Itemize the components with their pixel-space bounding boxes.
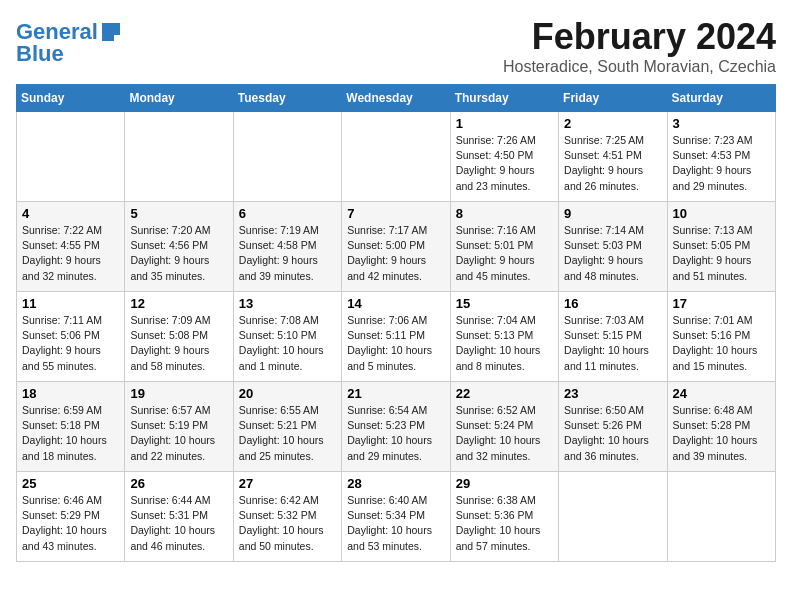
calendar-cell: 15Sunrise: 7:04 AM Sunset: 5:13 PM Dayli… — [450, 292, 558, 382]
calendar-cell — [233, 112, 341, 202]
title-block: February 2024 Hosteradice, South Moravia… — [503, 16, 776, 76]
day-number: 27 — [239, 476, 336, 491]
day-header-friday: Friday — [559, 85, 667, 112]
calendar-cell: 23Sunrise: 6:50 AM Sunset: 5:26 PM Dayli… — [559, 382, 667, 472]
calendar-cell: 8Sunrise: 7:16 AM Sunset: 5:01 PM Daylig… — [450, 202, 558, 292]
calendar-cell: 20Sunrise: 6:55 AM Sunset: 5:21 PM Dayli… — [233, 382, 341, 472]
calendar-cell: 6Sunrise: 7:19 AM Sunset: 4:58 PM Daylig… — [233, 202, 341, 292]
day-number: 15 — [456, 296, 553, 311]
day-number: 26 — [130, 476, 227, 491]
day-number: 6 — [239, 206, 336, 221]
day-number: 14 — [347, 296, 444, 311]
day-info: Sunrise: 7:25 AM Sunset: 4:51 PM Dayligh… — [564, 133, 661, 194]
calendar-cell: 12Sunrise: 7:09 AM Sunset: 5:08 PM Dayli… — [125, 292, 233, 382]
day-number: 20 — [239, 386, 336, 401]
calendar-cell: 3Sunrise: 7:23 AM Sunset: 4:53 PM Daylig… — [667, 112, 775, 202]
day-number: 4 — [22, 206, 119, 221]
logo-icon — [100, 21, 122, 43]
day-info: Sunrise: 7:17 AM Sunset: 5:00 PM Dayligh… — [347, 223, 444, 284]
day-info: Sunrise: 6:44 AM Sunset: 5:31 PM Dayligh… — [130, 493, 227, 554]
day-info: Sunrise: 7:22 AM Sunset: 4:55 PM Dayligh… — [22, 223, 119, 284]
day-number: 9 — [564, 206, 661, 221]
day-info: Sunrise: 7:11 AM Sunset: 5:06 PM Dayligh… — [22, 313, 119, 374]
calendar-cell: 16Sunrise: 7:03 AM Sunset: 5:15 PM Dayli… — [559, 292, 667, 382]
day-number: 18 — [22, 386, 119, 401]
day-info: Sunrise: 6:55 AM Sunset: 5:21 PM Dayligh… — [239, 403, 336, 464]
day-number: 22 — [456, 386, 553, 401]
calendar-cell: 5Sunrise: 7:20 AM Sunset: 4:56 PM Daylig… — [125, 202, 233, 292]
day-number: 23 — [564, 386, 661, 401]
day-info: Sunrise: 6:59 AM Sunset: 5:18 PM Dayligh… — [22, 403, 119, 464]
calendar-cell: 11Sunrise: 7:11 AM Sunset: 5:06 PM Dayli… — [17, 292, 125, 382]
day-number: 17 — [673, 296, 770, 311]
day-info: Sunrise: 6:48 AM Sunset: 5:28 PM Dayligh… — [673, 403, 770, 464]
day-info: Sunrise: 7:01 AM Sunset: 5:16 PM Dayligh… — [673, 313, 770, 374]
day-number: 8 — [456, 206, 553, 221]
calendar-week-row: 4Sunrise: 7:22 AM Sunset: 4:55 PM Daylig… — [17, 202, 776, 292]
day-header-monday: Monday — [125, 85, 233, 112]
calendar-cell: 22Sunrise: 6:52 AM Sunset: 5:24 PM Dayli… — [450, 382, 558, 472]
calendar-table: SundayMondayTuesdayWednesdayThursdayFrid… — [16, 84, 776, 562]
calendar-cell: 29Sunrise: 6:38 AM Sunset: 5:36 PM Dayli… — [450, 472, 558, 562]
day-info: Sunrise: 7:16 AM Sunset: 5:01 PM Dayligh… — [456, 223, 553, 284]
day-info: Sunrise: 7:09 AM Sunset: 5:08 PM Dayligh… — [130, 313, 227, 374]
calendar-cell: 24Sunrise: 6:48 AM Sunset: 5:28 PM Dayli… — [667, 382, 775, 472]
calendar-cell: 13Sunrise: 7:08 AM Sunset: 5:10 PM Dayli… — [233, 292, 341, 382]
calendar-cell — [17, 112, 125, 202]
calendar-cell: 7Sunrise: 7:17 AM Sunset: 5:00 PM Daylig… — [342, 202, 450, 292]
day-info: Sunrise: 7:08 AM Sunset: 5:10 PM Dayligh… — [239, 313, 336, 374]
day-number: 3 — [673, 116, 770, 131]
day-number: 16 — [564, 296, 661, 311]
day-info: Sunrise: 6:54 AM Sunset: 5:23 PM Dayligh… — [347, 403, 444, 464]
day-info: Sunrise: 6:57 AM Sunset: 5:19 PM Dayligh… — [130, 403, 227, 464]
calendar-cell: 17Sunrise: 7:01 AM Sunset: 5:16 PM Dayli… — [667, 292, 775, 382]
logo-blue-text: Blue — [16, 42, 122, 66]
day-info: Sunrise: 6:42 AM Sunset: 5:32 PM Dayligh… — [239, 493, 336, 554]
calendar-cell: 14Sunrise: 7:06 AM Sunset: 5:11 PM Dayli… — [342, 292, 450, 382]
calendar-cell: 21Sunrise: 6:54 AM Sunset: 5:23 PM Dayli… — [342, 382, 450, 472]
day-info: Sunrise: 7:13 AM Sunset: 5:05 PM Dayligh… — [673, 223, 770, 284]
day-number: 5 — [130, 206, 227, 221]
calendar-cell: 1Sunrise: 7:26 AM Sunset: 4:50 PM Daylig… — [450, 112, 558, 202]
day-info: Sunrise: 7:03 AM Sunset: 5:15 PM Dayligh… — [564, 313, 661, 374]
calendar-cell: 28Sunrise: 6:40 AM Sunset: 5:34 PM Dayli… — [342, 472, 450, 562]
day-info: Sunrise: 7:26 AM Sunset: 4:50 PM Dayligh… — [456, 133, 553, 194]
calendar-cell: 9Sunrise: 7:14 AM Sunset: 5:03 PM Daylig… — [559, 202, 667, 292]
day-info: Sunrise: 6:40 AM Sunset: 5:34 PM Dayligh… — [347, 493, 444, 554]
calendar-week-row: 11Sunrise: 7:11 AM Sunset: 5:06 PM Dayli… — [17, 292, 776, 382]
day-number: 19 — [130, 386, 227, 401]
calendar-body: 1Sunrise: 7:26 AM Sunset: 4:50 PM Daylig… — [17, 112, 776, 562]
day-header-sunday: Sunday — [17, 85, 125, 112]
calendar-cell — [125, 112, 233, 202]
calendar-week-row: 25Sunrise: 6:46 AM Sunset: 5:29 PM Dayli… — [17, 472, 776, 562]
calendar-week-row: 1Sunrise: 7:26 AM Sunset: 4:50 PM Daylig… — [17, 112, 776, 202]
day-number: 1 — [456, 116, 553, 131]
day-info: Sunrise: 6:38 AM Sunset: 5:36 PM Dayligh… — [456, 493, 553, 554]
calendar-title: February 2024 — [503, 16, 776, 58]
day-info: Sunrise: 7:20 AM Sunset: 4:56 PM Dayligh… — [130, 223, 227, 284]
calendar-subtitle: Hosteradice, South Moravian, Czechia — [503, 58, 776, 76]
calendar-cell — [342, 112, 450, 202]
calendar-cell: 18Sunrise: 6:59 AM Sunset: 5:18 PM Dayli… — [17, 382, 125, 472]
day-number: 25 — [22, 476, 119, 491]
day-info: Sunrise: 7:04 AM Sunset: 5:13 PM Dayligh… — [456, 313, 553, 374]
calendar-cell — [559, 472, 667, 562]
day-number: 28 — [347, 476, 444, 491]
calendar-cell: 26Sunrise: 6:44 AM Sunset: 5:31 PM Dayli… — [125, 472, 233, 562]
day-header-wednesday: Wednesday — [342, 85, 450, 112]
calendar-cell: 4Sunrise: 7:22 AM Sunset: 4:55 PM Daylig… — [17, 202, 125, 292]
day-number: 11 — [22, 296, 119, 311]
day-info: Sunrise: 7:06 AM Sunset: 5:11 PM Dayligh… — [347, 313, 444, 374]
calendar-cell — [667, 472, 775, 562]
day-number: 10 — [673, 206, 770, 221]
calendar-week-row: 18Sunrise: 6:59 AM Sunset: 5:18 PM Dayli… — [17, 382, 776, 472]
svg-marker-0 — [102, 23, 120, 41]
day-number: 2 — [564, 116, 661, 131]
day-number: 24 — [673, 386, 770, 401]
logo: General Blue — [16, 20, 122, 66]
day-info: Sunrise: 7:23 AM Sunset: 4:53 PM Dayligh… — [673, 133, 770, 194]
calendar-cell: 10Sunrise: 7:13 AM Sunset: 5:05 PM Dayli… — [667, 202, 775, 292]
page-header: General Blue February 2024 Hosteradice, … — [16, 16, 776, 76]
day-number: 7 — [347, 206, 444, 221]
day-number: 12 — [130, 296, 227, 311]
